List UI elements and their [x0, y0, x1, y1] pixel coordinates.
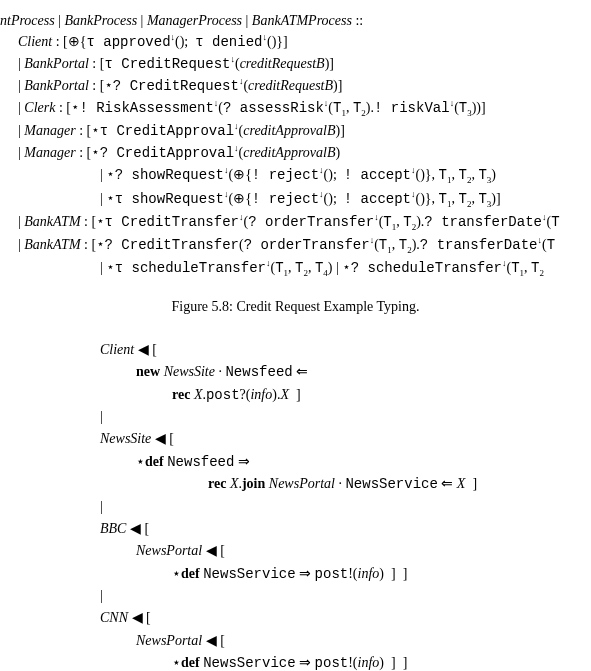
kw-def: def [181, 566, 200, 581]
line-2: Client : [⊕{τ approved↓(); τ denied↓()}] [18, 31, 591, 53]
cc-line: rec X.join NewsPortal · NewsService ⇐ X … [208, 473, 591, 495]
cc-line: | [100, 585, 591, 607]
line-8: | ⋆? showRequest↓(⊕{! reject↓(); ! accep… [100, 164, 591, 187]
cc-line: rec X.post?(info).X ] [172, 384, 591, 406]
t: ? assessRisk [223, 100, 324, 116]
role: BankATM [24, 214, 80, 229]
line-11: | BankATM : [⋆? CreditTransfer(? orderTr… [18, 234, 591, 257]
cc-line: NewsPortal ◀ [ [136, 540, 591, 562]
chan: NewsService [203, 655, 295, 671]
role: Manager [24, 145, 75, 160]
arg: info [250, 387, 272, 402]
t: ⋆τ CreditApproval [91, 123, 234, 139]
cc-line: CNN ◀ [ [100, 607, 591, 629]
t: ⋆τ scheduleTransfer [106, 260, 266, 276]
t: ! accept [344, 167, 411, 183]
role: BBC [100, 521, 126, 536]
t: ! reject [252, 167, 319, 183]
chan: Newsfeed [167, 454, 234, 470]
line-5: | Clerk : [⋆! RiskAssessment↓(? assessRi… [18, 97, 591, 120]
figure-5-8-typing: ntProcess | BankProcess | ManagerProcess… [0, 10, 591, 281]
var: X [280, 387, 289, 402]
cc-line: | [100, 406, 591, 428]
t: ⋆? showRequest [106, 167, 224, 183]
t: ⋆? scheduleTransfer [342, 260, 502, 276]
t: ⋆τ CreditTransfer [96, 214, 239, 230]
line-4: | BankPortal : [⋆? CreditRequest↓(credit… [18, 75, 591, 97]
t: ⋆? CreditRequest [104, 78, 238, 94]
t: ? transferDate [424, 214, 542, 230]
line-1: ntProcess | BankProcess | ManagerProcess… [0, 10, 591, 31]
t: ⋆! RiskAssessment [71, 100, 214, 116]
t: ? orderTransfer [244, 237, 370, 253]
line-9: | ⋆τ showRequest↓(⊕{! reject↓(); ! accep… [100, 188, 591, 211]
arg: creditRequestB [248, 78, 333, 93]
cc-line: | [100, 496, 591, 518]
kw-join: join [242, 476, 265, 491]
kw-rec: rec [172, 387, 190, 402]
cc-line: ⋆def NewsService ⇒ post!(info) ] ] [172, 563, 591, 585]
chan: NewsService [203, 566, 295, 582]
cc-line: BBC ◀ [ [100, 518, 591, 540]
txt: ntProcess [0, 13, 55, 28]
cc-line: NewsPortal ◀ [ [136, 630, 591, 652]
t: ⋆? CreditApproval [91, 145, 234, 161]
txt: BankATMProcess [252, 13, 352, 28]
line-12: | ⋆τ scheduleTransfer↓(T1, T2, T4) | ⋆? … [100, 257, 591, 280]
line-6: | Manager : [⋆τ CreditApproval↓(creditAp… [18, 120, 591, 142]
arg: creditRequestB [240, 56, 325, 71]
cc-line: NewsSite ◀ [ [100, 428, 591, 450]
arg: info [358, 655, 380, 670]
figure-5-9-code: Client ◀ [ new NewsSite · Newsfeed ⇐ rec… [100, 339, 591, 671]
t: ! reject [252, 191, 319, 207]
t: ! riskVal [374, 100, 450, 116]
role: BankPortal [24, 78, 89, 93]
t: ? orderTransfer [248, 214, 374, 230]
cc-line: new NewsSite · Newsfeed ⇐ [136, 361, 591, 383]
role: NewsPortal [136, 633, 202, 648]
t: ? transferDate [420, 237, 538, 253]
t: τ CreditRequest [104, 56, 230, 72]
kw-def: def [181, 655, 200, 670]
kw-rec: rec [208, 476, 226, 491]
var: X [457, 476, 466, 491]
role: BankATM [24, 237, 80, 252]
msg: post [315, 566, 349, 582]
chan: Newsfeed [225, 364, 292, 380]
figure-5-8-caption: Figure 5.8: Credit Request Example Typin… [0, 299, 591, 315]
role: Client [100, 342, 134, 357]
chan: NewsService [345, 476, 437, 492]
var: X [230, 476, 239, 491]
role: Client [18, 34, 52, 49]
arg: info [358, 566, 380, 581]
role: NewsSite [100, 431, 151, 446]
role: CNN [100, 610, 128, 625]
t: τ approved [87, 34, 171, 50]
t: ! accept [344, 191, 411, 207]
role: NewsSite [164, 364, 215, 379]
t: ⋆? CreditTransfer [96, 237, 239, 253]
role: Clerk [24, 100, 55, 115]
cc-line: ⋆def NewsService ⇒ post!(info) ] ] [172, 652, 591, 671]
arg: creditApprovalB [243, 145, 335, 160]
cc-line: Client ◀ [ [100, 339, 591, 361]
role: NewsPortal [136, 543, 202, 558]
var: X [194, 387, 203, 402]
t: ⋆τ showRequest [106, 191, 224, 207]
line-3: | BankPortal : [τ CreditRequest↓(creditR… [18, 53, 591, 75]
kw-def: def [145, 454, 164, 469]
arg: creditApprovalB [243, 123, 335, 138]
cc-line: ⋆def Newsfeed ⇒ [136, 451, 591, 473]
msg: post [315, 655, 349, 671]
line-7: | Manager : [⋆? CreditApproval↓(creditAp… [18, 142, 591, 164]
t: τ denied [195, 34, 262, 50]
msg: post [206, 387, 240, 403]
kw-new: new [136, 364, 160, 379]
line-10: | BankATM : [⋆τ CreditTransfer↓(? orderT… [18, 211, 591, 234]
role: BankPortal [24, 56, 89, 71]
txt: BankProcess [65, 13, 138, 28]
role: Manager [24, 123, 75, 138]
txt: ManagerProcess [147, 13, 242, 28]
role: NewsPortal [269, 476, 335, 491]
